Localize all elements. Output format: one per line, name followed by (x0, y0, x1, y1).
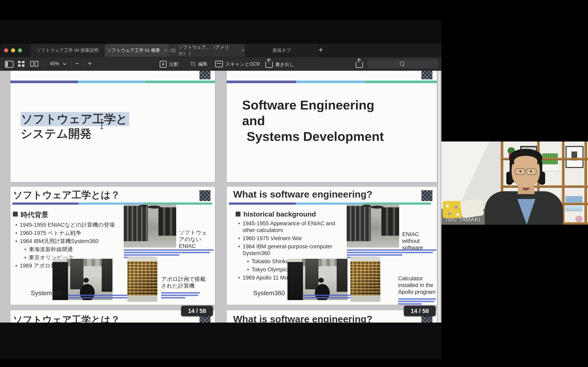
pdf-app-window: ソフトウェア工学 00 授業説明 ソフトウェア工学 01 概要 × ソフトウェア… (0, 44, 441, 322)
meeting-screenshare-canvas: ソフトウェア工学 00 授業説明 ソフトウェア工学 01 概要 × ソフトウェア… (0, 0, 588, 367)
tab-new[interactable]: 新規タブ (245, 44, 319, 57)
tab-label: ソフトウェア工学 00 授業説明 (36, 47, 98, 53)
close-tab-icon[interactable]: × (164, 48, 167, 53)
yellow-pillow (443, 201, 462, 218)
eniac-caption: ENIAC without software (402, 231, 436, 251)
sidebar-toggle-button[interactable] (5, 61, 13, 68)
export-icon (265, 62, 273, 68)
participant-name-label: Toru TAMAKI (445, 216, 481, 223)
chevron-down-icon (63, 61, 66, 65)
apollo-computer-photo (350, 257, 380, 302)
sub-bullet-item: 東海道新幹線開通 (22, 246, 127, 253)
shelf-post (584, 142, 587, 225)
slide-what-en[interactable]: What is software engineering? historical… (227, 187, 437, 305)
slide-accent-bar (229, 202, 431, 205)
tab-bar: ソフトウェア工学 00 授業説明 ソフトウェア工学 01 概要 × ソフトウェア… (0, 44, 441, 57)
slide-header: What is software engineering? (233, 313, 372, 323)
shelf-board (501, 185, 588, 188)
search-icon (400, 61, 404, 66)
institute-logo (199, 315, 210, 323)
two-page-view-button[interactable] (30, 61, 38, 67)
eniac-photo (124, 205, 176, 248)
planter-box (541, 164, 559, 171)
eniac-caption: ソフトウェアのないENIAC (179, 229, 213, 250)
slide-header: ソフトウェア工学とは？ (13, 189, 120, 201)
zoom-in-button[interactable]: + (88, 59, 92, 67)
tab-label: ソフトウェア工学 01 概要 (107, 47, 160, 53)
slide-title-text: Software Engineering and Systems Develop… (242, 97, 384, 144)
apollo-caption: Calculator installed in the Apollo progr… (398, 275, 436, 295)
institute-logo (199, 71, 210, 79)
apollo-computer-photo (127, 257, 157, 302)
scanner-icon (215, 61, 223, 67)
page-number-badge: 14 / 58 (181, 306, 213, 316)
page-number-badge: 14 / 58 (404, 306, 436, 316)
toolbar-divider (71, 60, 71, 68)
toolbar: 45% − + A 注釈 T| 編集 スキャンとOCR (0, 57, 441, 71)
institute-logo (421, 71, 432, 79)
institute-logo (421, 190, 432, 201)
zoom-window-button[interactable] (18, 48, 22, 52)
search-input[interactable] (367, 59, 438, 68)
tab-lecture-00[interactable]: ソフトウェア工学 00 授業説明 (31, 44, 104, 57)
zoom-out-button[interactable]: − (75, 60, 79, 67)
bullet-item: 1964 IBM汎用計算機System360 (13, 238, 127, 245)
slide-what-ja[interactable]: ソフトウェア工学とは？ 時代背景 1945-1955 ENIACなどの計算機の登… (10, 187, 215, 305)
slide-title-ja[interactable]: ソフトウェア工学と システム開発 (10, 71, 215, 182)
tab-label: 新規タブ (273, 47, 291, 53)
webcam-video-tile[interactable]: Toru TAMAKI (441, 142, 588, 225)
new-tab-button[interactable]: + (319, 45, 323, 54)
eye (530, 170, 532, 172)
citation-links[interactable] (398, 298, 436, 305)
system360-photo (287, 259, 347, 300)
grid-icon (18, 61, 25, 67)
slide-title-text: ソフトウェア工学と システム開発 (21, 111, 129, 141)
text-cursor (102, 119, 102, 129)
slide-accent-bar (12, 202, 212, 205)
tab-lecture-01-active[interactable]: ソフトウェア工学 01 概要 × (104, 44, 169, 57)
slide-title-en[interactable]: Software Engineering and Systems Develop… (227, 71, 437, 182)
picture-frame (566, 146, 584, 168)
bullet-item: 1960-1975 ベトナム戦争 (13, 230, 127, 236)
export-label: 書き出し (275, 61, 294, 68)
share-icon (356, 62, 363, 68)
institute-logo (421, 315, 432, 323)
tab-linked-doc[interactable]: ソフトウェア... （アメリカ） ） × (170, 44, 245, 57)
edit-button[interactable]: T| 編集 (190, 61, 208, 67)
institute-logo (199, 190, 210, 201)
edit-label: 編集 (198, 61, 208, 67)
bullet-item: 1960-1975 Vietnam War (236, 235, 342, 242)
annotate-label: 注釈 (169, 61, 178, 67)
vertical-scrollbar[interactable] (438, 71, 440, 323)
minimize-window-button[interactable] (11, 48, 15, 52)
pdf-content-area[interactable]: ソフトウェア工学と システム開発 Software Engineering an… (0, 71, 441, 323)
export-button[interactable]: 書き出し (265, 59, 294, 68)
scan-ocr-label: スキャンとOCR (225, 61, 260, 67)
system360-label: System360 (253, 290, 285, 297)
edit-text-icon: T| (190, 61, 196, 67)
slide-header: What is software engineering? (233, 189, 372, 200)
tab-label: ソフトウェア... （アメリカ） ） (178, 44, 238, 57)
citation-links[interactable] (161, 292, 200, 300)
bullet-item: 1945-1955 Appearance of ENIAC and other … (236, 220, 342, 234)
thumbnails-view-button[interactable] (18, 61, 25, 67)
presenter-forehead (514, 156, 537, 166)
apollo-caption: アポロ計画で搭載された計算機 (161, 276, 207, 289)
share-button[interactable] (356, 59, 363, 68)
annotate-button[interactable]: A 注釈 (160, 61, 178, 68)
section-heading: 時代背景 (13, 210, 127, 220)
zoom-level-value: 45% (50, 61, 59, 67)
shared-screen-region: ソフトウェア工学 00 授業説明 ソフトウェア工学 01 概要 × ソフトウェア… (0, 20, 441, 359)
close-tab-icon[interactable]: × (242, 48, 245, 53)
zoom-level-dropdown[interactable]: 45% (50, 61, 66, 67)
annotate-icon: A (160, 61, 167, 68)
bullet-item: 1964 IBM general-purpose computer System… (236, 243, 342, 257)
toolbar-divider (84, 60, 84, 68)
bullet-item: 1945-1955 ENIACなどの計算機の登場 (13, 222, 127, 228)
slide-accent-bar (227, 81, 437, 83)
scan-ocr-button[interactable]: スキャンとOCR (215, 61, 260, 67)
selected-text[interactable]: ソフトウェア工学と (21, 112, 129, 126)
close-window-button[interactable] (4, 48, 8, 52)
two-page-icon (30, 61, 38, 67)
system360-label: System360 (31, 290, 62, 297)
